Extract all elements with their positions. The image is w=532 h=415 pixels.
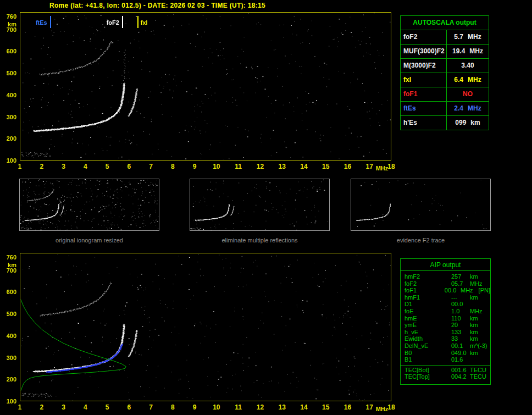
caption-original-ionogram: original ionogram resized (19, 237, 159, 244)
aip-row-tecbot: TEC[Bot]001.6TECU (404, 367, 490, 374)
aip-unit: MHz (470, 280, 483, 287)
autoscala-param-label: foF1 (401, 87, 447, 101)
aip-row-hve: h_vE133km (404, 329, 490, 336)
autoscala-unit: km (470, 116, 480, 130)
aip-row-hme: hmE110km (404, 315, 490, 322)
x-tick-label: 13 (276, 163, 287, 170)
x-tick-label: 2 (36, 403, 47, 411)
aip-param-label: B0 (404, 350, 451, 357)
aip-row-yme: ymE20km (404, 322, 490, 329)
y-axis-unit-label: km (2, 262, 16, 268)
ftEs-marker-label: ftEs (26, 19, 47, 26)
aip-row-tectop: TEC[Top]004.2TECU (404, 373, 490, 380)
aip-unit: km (470, 294, 478, 301)
autoscala-value: 099 (455, 116, 466, 130)
x-tick-label: 7 (146, 163, 157, 170)
y-tick-label: 400 (2, 333, 16, 339)
aip-unit: km (470, 273, 478, 280)
autoscala-param-label: foF2 (401, 30, 447, 44)
aip-unit: TECU (470, 373, 486, 380)
x-tick-label: 6 (124, 403, 135, 411)
aip-unit: km (470, 350, 478, 357)
aip-param-label: foE (404, 308, 451, 315)
x-tick-label: 8 (167, 163, 178, 170)
autoscala-param-label: MUF(3000)F2 (401, 45, 447, 58)
aip-row-hmf2: hmF2257km (404, 273, 490, 280)
y-tick-label: 200 (2, 135, 16, 142)
autoscala-value-cell: 19.4MHz (447, 45, 489, 58)
x-tick-label: 4 (80, 163, 91, 170)
autoscala-value: 6.4 (454, 73, 463, 87)
y-tick-label: 600 (2, 289, 16, 295)
autoscala-row-m3000f2: M(3000)F23.40 (401, 58, 489, 73)
x-axis-unit-label: MHz (374, 165, 390, 171)
aip-row-foe: foE1.0MHz (404, 308, 490, 315)
aip-value: 110 (451, 315, 470, 322)
panel-evidence-f2 (351, 179, 491, 231)
fxI-marker-label: fxI (141, 19, 148, 26)
aip-param-label: hmF2 (404, 273, 451, 280)
autoscala-value: 3.40 (461, 59, 474, 73)
aip-unit: MHz (470, 308, 483, 315)
aip-value: 001.6 (451, 367, 470, 374)
aip-row-d1: D100.0 (404, 301, 490, 308)
aip-value: --- (451, 294, 470, 301)
y-tick-label: 200 (2, 376, 16, 383)
autoscala-value-cell: 099km (447, 116, 489, 130)
x-tick-label: 13 (276, 403, 287, 411)
aip-param-label: h_vE (404, 329, 451, 336)
aip-unit: m^(-3) (470, 342, 487, 350)
aip-unit: km (470, 335, 478, 342)
autoscala-value: 5.7 (454, 30, 463, 44)
aip-param-label: ymE (404, 322, 451, 329)
autoscala-row-fof1: foF1NO (401, 87, 489, 101)
y-tick-label: 300 (2, 114, 16, 120)
autoscala-row-muf3000f2: MUF(3000)F219.4MHz (401, 44, 489, 58)
x-tick-label: 12 (254, 163, 265, 170)
aip-param-label: foF1 (404, 287, 445, 294)
x-tick-label: 3 (58, 403, 69, 411)
x-tick-label: 2 (36, 163, 47, 170)
x-tick-label: 6 (124, 163, 135, 170)
x-axis-unit-label: MHz (374, 406, 390, 412)
x-tick-label: 9 (189, 403, 200, 411)
aip-value: 049.0 (451, 350, 470, 357)
aip-value: 004.2 (451, 373, 470, 380)
aip-param-label: DelN_vE (404, 342, 451, 350)
autoscala-row-ftes: ftEs2.4MHz (401, 101, 489, 115)
aip-unit: km (470, 329, 478, 336)
aip-row-fof1: foF100.0MHz[PN] (404, 287, 490, 294)
y-tick-label: 400 (2, 92, 16, 98)
x-tick-label: 4 (80, 403, 91, 411)
autoscala-unit: MHz (469, 45, 483, 58)
profile-ionogram-canvas (20, 253, 391, 401)
autoscala-param-label: M(3000)F2 (401, 59, 447, 73)
evidence-f2-canvas (351, 179, 490, 230)
aip-output-rows: hmF2257kmfoF205.7MHzfoF100.0MHz[PN]hmF1-… (401, 271, 490, 363)
x-tick-label: 11 (233, 163, 244, 170)
aip-row-b0: B0049.0km (404, 350, 490, 357)
main-ionogram-plot (20, 12, 391, 161)
aip-param-label: TEC[Top] (404, 373, 451, 380)
y-tick-label: 760 (2, 13, 16, 20)
x-tick-label: 16 (342, 163, 353, 170)
autoscala-output-title: AUTOSCALA output (401, 16, 489, 30)
autoscala-row-hes: h'Es099km (401, 115, 489, 130)
autoscala-window: Rome (lat: +41.8, lon: 012.5) - DATE: 20… (0, 0, 532, 415)
y-tick-label: 500 (2, 70, 16, 76)
y-tick-label: 500 (2, 311, 16, 317)
aip-value: 00.0 (451, 301, 470, 308)
aip-value: 01.6 (451, 356, 470, 363)
foF2-marker-line (122, 16, 123, 28)
x-tick-label: 15 (320, 163, 331, 170)
autoscala-value-cell: 2.4MHz (447, 102, 489, 115)
station-title: Rome (lat: +41.8, lon: 012.5) - DATE: 20… (49, 2, 265, 9)
aip-output-title: AIP output (401, 259, 490, 271)
aip-tec-rows: TEC[Bot]001.6TECUTEC[Top]004.2TECU (401, 366, 490, 380)
aip-param-label: D1 (404, 301, 451, 308)
aip-param-label: hmF1 (404, 294, 451, 301)
x-tick-label: 5 (102, 163, 113, 170)
autoscala-param-label: fxI (401, 73, 447, 87)
aip-unit: km (470, 315, 478, 322)
y-axis-unit-label: km (2, 21, 16, 27)
